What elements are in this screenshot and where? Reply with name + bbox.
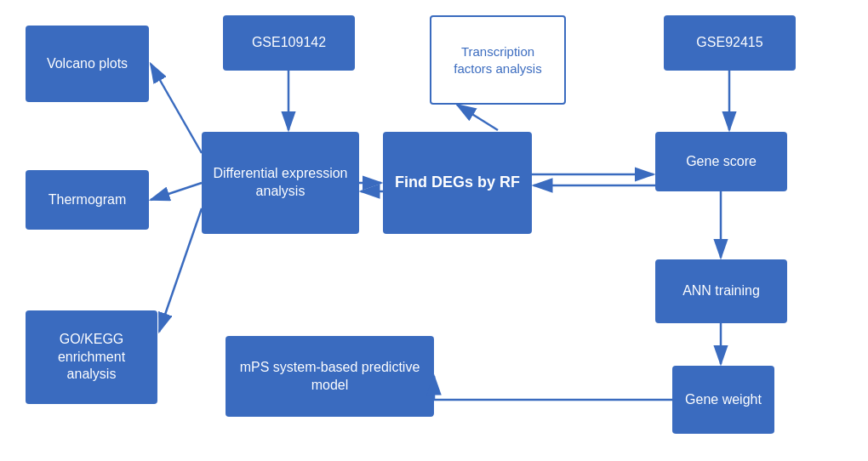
- svg-line-5: [457, 105, 498, 130]
- ann-training-box: ANN training: [655, 259, 787, 323]
- svg-line-13: [159, 208, 202, 332]
- find-degs-box: Find DEGs by RF: [383, 132, 532, 234]
- mps-system-box: mPS system-based predictive model: [226, 336, 434, 417]
- svg-line-12: [151, 183, 202, 200]
- diff-expr-box: Differential expression analysis: [202, 132, 359, 234]
- thermogram-box: Thermogram: [26, 170, 149, 230]
- transcription-box: Transcription factors analysis: [430, 15, 566, 105]
- gene-score-box: Gene score: [655, 132, 787, 191]
- gse109142-box: GSE109142: [223, 15, 355, 71]
- diagram-container: Volcano plots Thermogram GO/KEGG enrichm…: [0, 0, 868, 461]
- gene-weight-box: Gene weight: [672, 366, 774, 434]
- volcano-plots-box: Volcano plots: [26, 26, 149, 102]
- gse92415-box: GSE92415: [664, 15, 796, 71]
- svg-line-11: [151, 64, 202, 153]
- gokegg-box: GO/KEGG enrichment analysis: [26, 310, 157, 404]
